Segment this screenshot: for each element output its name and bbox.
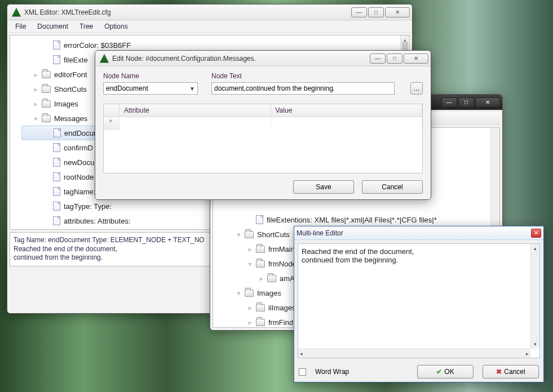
- node-text-value: document,continued from the beginning.: [214, 84, 335, 92]
- tree-row[interactable]: fileExtentions: XML files|*.xml|All File…: [224, 212, 499, 227]
- attr-cell[interactable]: [120, 117, 271, 130]
- main-title: XML Editor: XMLTreeEdit.cfg: [24, 8, 350, 16]
- menu-tree[interactable]: Tree: [75, 21, 98, 32]
- expander-icon[interactable]: ▿: [236, 231, 241, 238]
- menu-options[interactable]: Options: [100, 21, 132, 32]
- mle-textarea[interactable]: Reached the end of the document, continu…: [298, 243, 540, 358]
- minimize-button[interactable]: —: [370, 54, 386, 64]
- ok-button[interactable]: ✔OK: [417, 365, 474, 378]
- close-button[interactable]: ✕: [404, 54, 428, 64]
- tree-label: ilImages: [268, 304, 295, 312]
- minimize-button[interactable]: —: [351, 7, 367, 17]
- close-button[interactable]: ✕: [531, 229, 541, 238]
- main-menubar: File Document Tree Options: [7, 20, 412, 33]
- node-text-field[interactable]: document,continued from the beginning.: [211, 82, 395, 95]
- check-icon: ✔: [436, 368, 442, 376]
- node-name-label: Node Name: [103, 72, 198, 80]
- folder-icon: [267, 275, 276, 282]
- col-attribute[interactable]: Attribute: [120, 104, 271, 117]
- wordwrap-label: Word Wrap: [315, 368, 408, 376]
- file-icon: [54, 128, 61, 137]
- folder-icon: [245, 231, 254, 238]
- node-name-combo[interactable]: endDocument ▼: [103, 82, 198, 95]
- cancel-button[interactable]: Cancel: [362, 180, 423, 194]
- mle-footer: Word Wrap ✔OK ✖Cancel: [294, 362, 543, 382]
- node-text-label: Node Text: [211, 72, 242, 80]
- folder-icon: [42, 71, 51, 78]
- file-icon: [53, 187, 60, 196]
- chevron-down-icon[interactable]: ▼: [189, 86, 195, 92]
- mle-scrollbar-h[interactable]: ◂ ▸: [298, 349, 530, 358]
- expander-icon[interactable]: ▹: [33, 72, 38, 78]
- folder-icon: [42, 100, 51, 108]
- folder-icon: [245, 289, 254, 297]
- menu-file[interactable]: File: [11, 21, 30, 32]
- file-icon: [53, 216, 60, 225]
- scroll-right-icon[interactable]: ▸: [526, 351, 529, 357]
- grid-header: Attribute Value: [104, 104, 422, 117]
- cancel-button[interactable]: ✖Cancel: [483, 365, 539, 378]
- expander-icon[interactable]: ▿: [236, 290, 241, 296]
- tree-label: fileExtentions: XML files|*.xml|All File…: [267, 216, 437, 224]
- save-button[interactable]: Save: [293, 180, 354, 194]
- expander-icon[interactable]: ▹: [247, 246, 253, 252]
- app-icon: [100, 54, 109, 63]
- tree-label: errorColor: $03B6FF: [64, 41, 131, 50]
- main-titlebar[interactable]: XML Editor: XMLTreeEdit.cfg — □ ✕: [7, 5, 412, 20]
- file-icon: [53, 143, 60, 152]
- minimize-button[interactable]: —: [441, 97, 457, 108]
- mle-titlebar[interactable]: Multi-line Editor ✕: [294, 226, 543, 240]
- node-name-value: endDocument: [106, 84, 148, 92]
- col-value[interactable]: Value: [271, 104, 423, 117]
- maximize-button[interactable]: □: [458, 97, 474, 108]
- scroll-left-icon[interactable]: ◂: [300, 351, 303, 357]
- folder-icon: [256, 246, 265, 253]
- mle-scrollbar-v[interactable]: ▴ ▾: [530, 244, 539, 349]
- edit-form: Node Name Node Text endDocument ▼ docume…: [95, 66, 431, 199]
- tree-label: frmNode: [268, 260, 297, 268]
- tree-label: tagName:: [64, 188, 95, 196]
- grid-new-row[interactable]: [104, 117, 422, 130]
- edit-title: Edit Node: #document.Configuration.Messa…: [112, 55, 369, 63]
- mle-title: Multi-line Editor: [297, 229, 343, 237]
- menu-document[interactable]: Document: [33, 21, 73, 32]
- attributes-grid: Attribute Value: [103, 104, 423, 173]
- edit-titlebar[interactable]: Edit Node: #document.Configuration.Messa…: [95, 51, 431, 66]
- x-icon: ✖: [496, 368, 502, 376]
- maximize-button[interactable]: □: [368, 7, 384, 17]
- expander-icon[interactable]: ▿: [33, 115, 38, 122]
- edit-window-buttons: — □ ✕: [369, 54, 428, 64]
- file-icon: [53, 202, 60, 211]
- expander-icon[interactable]: ▹: [247, 305, 253, 311]
- mle-line-1: Reached the end of the document,: [302, 247, 536, 256]
- mle-line-2: continued from the beginning.: [302, 256, 536, 264]
- expander-icon[interactable]: ▹: [247, 319, 253, 326]
- folder-icon: [42, 86, 51, 93]
- wordwrap-checkbox[interactable]: [299, 368, 306, 376]
- main-window-buttons: — □ ✕: [350, 7, 410, 17]
- ellipsis-button[interactable]: …: [410, 82, 423, 95]
- multiline-editor-dialog: Multi-line Editor ✕ Reached the end of t…: [294, 226, 544, 382]
- close-button[interactable]: ✕: [385, 7, 410, 17]
- scroll-up-icon[interactable]: ▴: [531, 244, 539, 253]
- scroll-down-icon[interactable]: ▾: [531, 340, 539, 349]
- expander-icon[interactable]: ▹: [33, 86, 38, 92]
- folder-icon: [256, 260, 265, 268]
- file-icon: [53, 158, 60, 167]
- new-row-indicator: [104, 117, 120, 130]
- tree-label: rootNode: [64, 173, 94, 181]
- file-icon: [53, 172, 60, 181]
- tree-label: ShortCuts: [54, 85, 87, 93]
- tree-label: confirmD: [64, 144, 93, 152]
- file-icon: [256, 215, 263, 224]
- expander-icon[interactable]: ▿: [247, 261, 253, 267]
- tree-label: Messages: [54, 114, 87, 123]
- maximize-button[interactable]: □: [387, 54, 402, 64]
- expander-icon[interactable]: ▹: [258, 275, 264, 282]
- close-button[interactable]: ✕: [475, 97, 500, 108]
- edit-node-dialog: Edit Node: #document.Configuration.Messa…: [95, 50, 431, 200]
- tree-label: fileExte: [64, 56, 88, 64]
- expander-icon[interactable]: ▹: [33, 101, 38, 107]
- folder-icon: [256, 319, 265, 326]
- value-cell[interactable]: [271, 117, 423, 130]
